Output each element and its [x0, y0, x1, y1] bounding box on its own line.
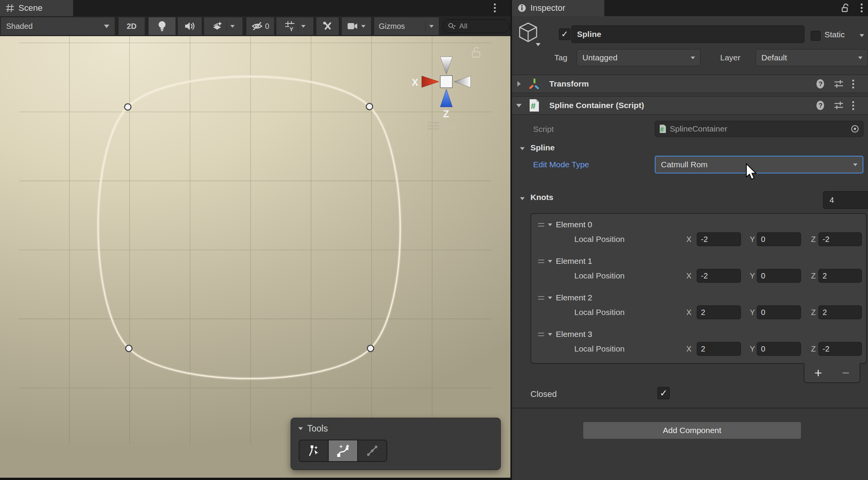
static-checkbox[interactable]	[811, 31, 821, 41]
spline-knot-3[interactable]	[125, 345, 132, 352]
shading-mode-dropdown[interactable]: Shaded	[1, 17, 115, 35]
position-x-field[interactable]: -2	[697, 269, 741, 283]
element-header[interactable]: Element 1	[531, 253, 866, 269]
drag-handle-icon[interactable]	[538, 296, 544, 300]
unity-editor: Scene Shaded 2D	[0, 0, 868, 480]
position-x-field[interactable]: 2	[697, 342, 741, 356]
scene-effects-dropdown[interactable]	[204, 17, 243, 35]
foldout-arrow-icon[interactable]	[548, 223, 552, 226]
element-header[interactable]: Element 3	[531, 327, 866, 342]
foldout-arrow-icon[interactable]	[548, 260, 552, 262]
component-menu-kebab-icon[interactable]	[852, 80, 854, 88]
scene-viewport[interactable]: X Z Iso Tools	[0, 36, 510, 480]
foldout-arrow-icon[interactable]	[520, 147, 525, 150]
position-y-field[interactable]: 0	[757, 305, 801, 319]
scene-audio-button[interactable]	[178, 17, 202, 35]
component-menu-kebab-icon[interactable]	[852, 101, 854, 110]
script-label: Script	[533, 125, 554, 134]
position-z-field[interactable]: -2	[818, 342, 862, 356]
foldout-arrow-icon[interactable]	[517, 81, 521, 87]
layer-dropdown[interactable]: Default	[756, 49, 868, 66]
remove-element-button[interactable]: −	[842, 367, 850, 378]
gizmos-dropdown[interactable]: Gizmos	[374, 17, 439, 35]
foldout-arrow-icon[interactable]	[548, 296, 552, 299]
add-element-button[interactable]: +	[814, 367, 822, 378]
position-y-field[interactable]: 0	[757, 269, 801, 283]
tab-inspector[interactable]: Inspector	[512, 0, 604, 16]
shading-mode-label: Shaded	[6, 22, 101, 31]
scene-panel: Scene Shaded 2D	[0, 0, 510, 480]
scene-search-field[interactable]: All	[443, 19, 510, 33]
axis-y-label: Y	[750, 342, 755, 356]
svg-text:?: ?	[818, 80, 822, 88]
object-picker-icon[interactable]	[851, 125, 859, 133]
help-icon[interactable]: ?	[815, 100, 825, 110]
drag-handle-icon[interactable]	[538, 333, 544, 336]
drag-handle-icon[interactable]	[538, 260, 544, 263]
position-z-field[interactable]: -2	[818, 232, 862, 246]
search-icon	[448, 22, 456, 30]
tangent-tool-button[interactable]	[358, 440, 386, 461]
add-component-button[interactable]: Add Component	[583, 422, 801, 439]
gizmo-z-label: Z	[443, 108, 449, 119]
info-icon	[517, 3, 527, 13]
position-y-field[interactable]: 0	[757, 232, 801, 246]
tab-scene[interactable]: Scene	[0, 0, 73, 16]
presets-icon[interactable]	[834, 101, 844, 110]
element-header[interactable]: Element 0	[531, 217, 866, 232]
transform-component-header[interactable]: Transform ?	[512, 75, 868, 93]
position-y-field[interactable]: 0	[757, 342, 801, 356]
knot-add-tool-button[interactable]	[329, 440, 357, 461]
help-icon[interactable]: ?	[815, 79, 825, 89]
element-header[interactable]: Element 2	[531, 290, 866, 305]
toggle-2d-button[interactable]: 2D	[119, 17, 145, 35]
element-label: Element 0	[556, 220, 592, 229]
knots-size-field[interactable]: 4	[823, 191, 868, 209]
knot-move-tool-button[interactable]	[299, 440, 328, 461]
tools-overlay-header[interactable]: Tools	[298, 423, 328, 434]
position-x-field[interactable]: -2	[697, 232, 741, 246]
spline-knot-0[interactable]	[125, 104, 131, 110]
static-flags-dropdown-icon[interactable]	[860, 34, 864, 37]
scene-lock-icon[interactable]	[472, 47, 480, 57]
gizmo-cone-up[interactable]	[440, 57, 452, 74]
inspector-tab-bar: Inspector	[512, 0, 868, 16]
gizmo-cone-z[interactable]	[440, 89, 452, 107]
gizmo-center-cube[interactable]	[440, 76, 452, 88]
scene-lighting-button[interactable]	[149, 17, 176, 35]
orientation-gizmo[interactable]: X Z Iso	[412, 57, 471, 132]
lock-icon[interactable]	[840, 3, 851, 13]
inspector-menu-kebab-icon[interactable]	[861, 3, 863, 12]
tag-dropdown[interactable]: Untagged	[577, 49, 701, 66]
game-object-cube-icon[interactable]	[517, 22, 541, 47]
gizmo-projection-label[interactable]: Iso	[442, 120, 456, 132]
closed-checkbox[interactable]: ✓	[657, 387, 670, 399]
position-z-field[interactable]: 2	[818, 269, 862, 283]
gizmo-cone-right[interactable]	[454, 76, 470, 88]
spline-container-component-header[interactable]: # Spline Container (Script) ?	[512, 96, 868, 115]
foldout-arrow-icon[interactable]	[298, 427, 303, 430]
presets-icon[interactable]	[834, 79, 844, 88]
local-position-row: Local Position X -2 Y 0 Z 2	[531, 269, 866, 283]
edit-mode-type-label[interactable]: Edit Mode Type	[533, 160, 589, 169]
drag-handle-icon[interactable]	[538, 223, 544, 227]
foldout-arrow-icon[interactable]	[516, 104, 522, 107]
scene-menu-kebab-icon[interactable]	[494, 3, 496, 12]
script-object-field[interactable]: # SplineContainer	[655, 121, 863, 137]
position-z-field[interactable]: 2	[818, 305, 862, 319]
foldout-arrow-icon[interactable]	[548, 333, 552, 335]
scene-tools-button[interactable]	[316, 17, 339, 35]
gizmo-menu-icon[interactable]	[428, 123, 439, 129]
game-object-active-checkbox[interactable]: ✓	[559, 28, 570, 40]
scene-grid-visibility-dropdown[interactable]: Y	[276, 17, 313, 35]
position-x-field[interactable]: 2	[697, 305, 741, 319]
gizmo-cone-x[interactable]	[422, 76, 439, 88]
spline-curve[interactable]	[98, 77, 400, 378]
chevron-down-icon[interactable]	[536, 43, 540, 46]
scene-visibility-button[interactable]: 0	[246, 17, 274, 35]
game-object-name-field[interactable]: Spline	[571, 25, 804, 43]
spline-knot-2[interactable]	[367, 345, 374, 352]
scene-camera-dropdown[interactable]	[342, 17, 371, 35]
foldout-arrow-icon[interactable]	[520, 197, 525, 200]
spline-knot-1[interactable]	[366, 103, 373, 110]
